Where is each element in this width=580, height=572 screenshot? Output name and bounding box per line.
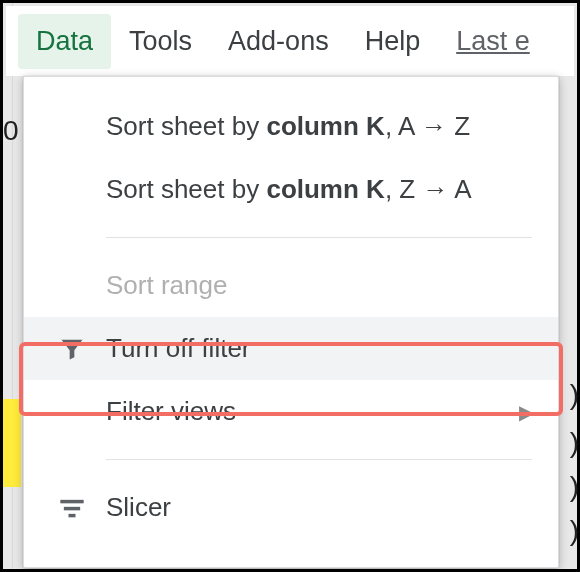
menuitem-filter-views[interactable]: Filter views ▶ xyxy=(24,380,558,443)
bg-cell-value: ) xyxy=(570,379,579,411)
menuitem-label: Sort sheet by column K, Z → A xyxy=(106,174,472,205)
svg-rect-2 xyxy=(69,513,76,517)
menuitem-label: Sort sheet by column K, A → Z xyxy=(106,111,470,142)
data-menu-dropdown: Sort sheet by column K, A → Z Sort sheet… xyxy=(23,76,559,568)
menu-data[interactable]: Data xyxy=(18,14,111,69)
svg-rect-1 xyxy=(64,506,80,510)
svg-rect-0 xyxy=(60,499,83,503)
menu-tools[interactable]: Tools xyxy=(111,14,210,69)
bg-cell-value: ) xyxy=(570,427,579,459)
bg-cell-highlight xyxy=(3,443,21,487)
menu-separator xyxy=(106,237,532,238)
menuitem-sort-desc[interactable]: Sort sheet by column K, Z → A xyxy=(24,158,558,221)
bg-cell-value: ) xyxy=(570,471,579,503)
menuitem-label: Sort range xyxy=(106,270,227,301)
menu-bar: Data Tools Add-ons Help Last e xyxy=(6,6,574,76)
filter-icon xyxy=(54,331,90,367)
bg-cell-value: ) xyxy=(570,515,579,547)
bg-cell-highlight xyxy=(3,399,21,443)
last-edit-link[interactable]: Last e xyxy=(456,26,530,57)
menuitem-sort-range: Sort range xyxy=(24,254,558,317)
bg-cell-value: 0 xyxy=(3,115,19,147)
menuitem-label: Turn off filter xyxy=(106,333,251,364)
menuitem-sort-asc[interactable]: Sort sheet by column K, A → Z xyxy=(24,95,558,158)
menuitem-label: Filter views xyxy=(106,396,236,427)
menu-help[interactable]: Help xyxy=(347,14,439,69)
app-frame: 0 ) ) ) ) Data Tools Add-ons Help Last e… xyxy=(0,0,580,572)
slicer-icon xyxy=(54,490,90,526)
submenu-arrow-icon: ▶ xyxy=(519,400,534,424)
menuitem-turn-off-filter[interactable]: Turn off filter xyxy=(24,317,558,380)
menu-addons[interactable]: Add-ons xyxy=(210,14,347,69)
menuitem-label: Slicer xyxy=(106,492,171,523)
menuitem-slicer[interactable]: Slicer xyxy=(24,476,558,539)
menu-separator xyxy=(106,459,532,460)
